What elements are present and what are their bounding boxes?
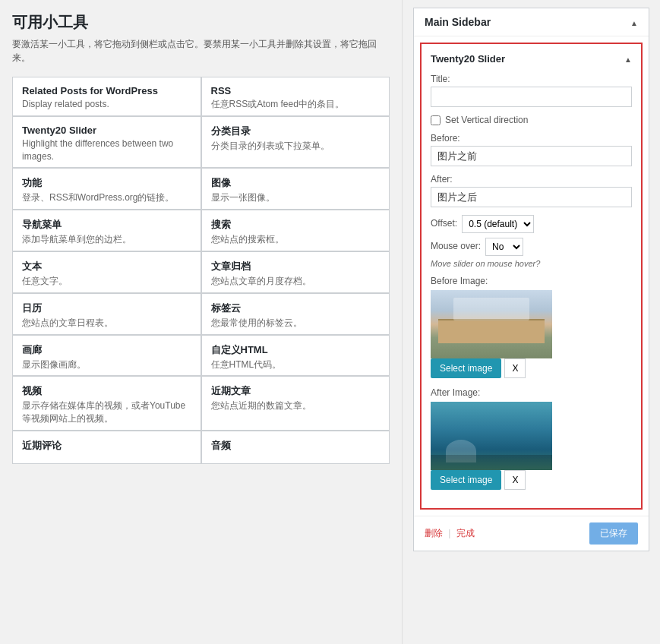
sidebar-box: Main Sidebar Twenty20 Slider Title: <box>413 8 649 551</box>
widget-recent-comments[interactable]: 近期评论 <box>12 431 201 464</box>
title-group: Title: <box>431 74 632 107</box>
before-select-image-button[interactable]: Select image <box>431 358 501 378</box>
mouseover-select[interactable]: No Yes <box>485 238 523 256</box>
offset-row: Offset: 0.5 (default) 0.3 0.7 <box>431 215 632 233</box>
before-group: Before: <box>431 133 632 166</box>
widget-footer: 删除 | 完成 已保存 <box>414 516 649 551</box>
widget-text[interactable]: 文本 任意文字。 <box>12 251 201 293</box>
before-image-actions: Select image X <box>431 358 632 378</box>
offset-select[interactable]: 0.5 (default) 0.3 0.7 <box>462 215 534 233</box>
page-title: 可用小工具 <box>12 12 390 33</box>
widget-audio[interactable]: 音频 <box>201 431 390 464</box>
widgets-grid: Related Posts for WordPress Display rela… <box>12 77 390 464</box>
mouseover-note: Move slider on mouse hover? <box>431 259 632 268</box>
vertical-row: Set Vertical direction <box>431 115 632 125</box>
after-input[interactable] <box>431 187 632 207</box>
footer-links: 删除 | 完成 <box>425 527 475 540</box>
mouseover-row: Mouse over: No Yes <box>431 238 632 256</box>
after-remove-image-button[interactable]: X <box>504 470 526 490</box>
before-image-group: Before Image: Select image X <box>431 276 632 378</box>
widget-panel-header: Twenty20 Slider <box>431 53 632 65</box>
widget-chevron-up-icon[interactable] <box>624 53 632 65</box>
widget-image[interactable]: 图像 显示一张图像。 <box>201 168 390 210</box>
widget-video[interactable]: 视频 显示存储在媒体库的视频，或者YouTube等视频网站上的视频。 <box>12 376 201 431</box>
sidebar-title: Main Sidebar <box>425 16 491 28</box>
after-label: After: <box>431 174 632 185</box>
widget-twenty20[interactable]: Twenty20 Slider Highlight the difference… <box>12 116 201 169</box>
widget-rss[interactable]: RSS 任意RSS或Atom feed中的条目。 <box>201 77 390 116</box>
widget-search[interactable]: 搜索 您站点的搜索框。 <box>201 210 390 251</box>
widget-calendar[interactable]: 日历 您站点的文章日程表。 <box>12 293 201 335</box>
widget-category[interactable]: 分类目录 分类目录的列表或下拉菜单。 <box>201 116 390 169</box>
before-label: Before: <box>431 133 632 144</box>
after-image-label: After Image: <box>431 387 632 398</box>
widget-gallery[interactable]: 画廊 显示图像画廊。 <box>12 335 201 377</box>
before-remove-image-button[interactable]: X <box>504 358 526 378</box>
right-panel: Main Sidebar Twenty20 Slider Title: <box>402 0 660 644</box>
widget-nav-menu[interactable]: 导航菜单 添加导航菜单到您的边栏。 <box>12 210 201 251</box>
title-input[interactable] <box>431 87 632 107</box>
after-image-actions: Select image X <box>431 470 632 490</box>
widget-panel: Twenty20 Slider Title: Set Vertical dire… <box>420 43 643 510</box>
mouseover-label: Mouse over: <box>431 241 481 251</box>
after-image-group: After Image: Select image X <box>431 387 632 490</box>
left-panel: 可用小工具 要激活某一小工具，将它拖动到侧栏或点击它。要禁用某一小工具并删除其设… <box>0 0 402 644</box>
vertical-checkbox[interactable] <box>431 115 441 125</box>
sidebar-header: Main Sidebar <box>414 8 649 36</box>
offset-label: Offset: <box>431 218 457 229</box>
delete-link[interactable]: 删除 <box>425 528 443 538</box>
done-link[interactable]: 完成 <box>456 528 475 538</box>
widget-function[interactable]: 功能 登录、RSS和WordPress.org的链接。 <box>12 168 201 210</box>
vertical-label: Set Vertical direction <box>445 115 528 125</box>
widget-custom-html[interactable]: 自定义HTML 任意HTML代码。 <box>201 335 390 377</box>
after-select-image-button[interactable]: Select image <box>431 470 501 490</box>
widget-related-posts[interactable]: Related Posts for WordPress Display rela… <box>12 77 201 116</box>
widget-panel-title: Twenty20 Slider <box>431 53 505 65</box>
before-input[interactable] <box>431 146 632 166</box>
after-image-preview <box>431 402 552 470</box>
after-group: After: <box>431 174 632 207</box>
before-image-preview <box>431 290 552 358</box>
widget-archive[interactable]: 文章归档 您站点文章的月度存档。 <box>201 251 390 293</box>
saved-button[interactable]: 已保存 <box>589 522 638 545</box>
chevron-up-icon[interactable] <box>630 16 638 28</box>
page-description: 要激活某一小工具，将它拖动到侧栏或点击它。要禁用某一小工具并删除其设置，将它拖回… <box>12 37 390 65</box>
widget-recent-posts[interactable]: 近期文章 您站点近期的数篇文章。 <box>201 376 390 431</box>
title-label: Title: <box>431 74 632 84</box>
widget-tagcloud[interactable]: 标签云 您最常使用的标签云。 <box>201 293 390 335</box>
before-image-label: Before Image: <box>431 276 632 286</box>
